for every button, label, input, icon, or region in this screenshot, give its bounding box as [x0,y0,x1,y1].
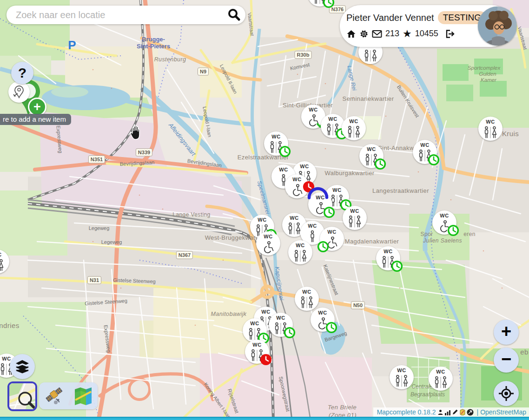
toilet-marker[interactable]: WC [413,140,437,164]
toilet-marker[interactable]: WC [478,117,503,141]
toilet-marker[interactable]: WC [285,174,309,198]
toilet-marker[interactable]: WC [390,365,414,389]
toilet-figures-icon [293,248,307,264]
zoom-out-button[interactable]: − [494,348,519,373]
marker-wc-label: WC [327,230,336,235]
marker-wc-label: WC [261,309,270,315]
marker-wc-label: WC [279,167,288,172]
messages-count[interactable]: 213 [385,29,399,39]
marker-wc-label: WC [486,119,495,125]
basemap-switcher [39,382,98,409]
toilet-marker[interactable]: WC [308,0,332,7]
selected-marker-arc [307,185,329,201]
toilet-figures-icon [483,125,497,141]
toilet-marker[interactable]: WC [269,313,293,337]
toilet-marker[interactable]: WC [245,340,269,364]
user-avatar[interactable] [478,7,517,46]
toilet-marker[interactable]: WC [320,227,344,251]
basemap-satellite-button[interactable] [43,385,65,407]
bottom-accent-bar [0,417,529,420]
marker-wc-label: WC [349,119,358,124]
geolocate-button[interactable] [494,381,519,406]
toilet-marker[interactable]: WC [0,249,9,274]
add-item-plus-button[interactable]: + [28,98,46,116]
marker-wc-label: WC [318,310,327,315]
layers-button[interactable] [10,354,35,379]
toilet-marker[interactable]: WC [295,287,319,311]
user-name[interactable]: Pieter Vander Vennet [346,13,434,23]
marker-wc-label: WC [309,107,317,112]
attribution-separator: | [477,408,479,416]
logout-icon[interactable] [444,29,455,39]
mapcomplete-app: Brugge-Sint-PietersRustenburgPKomvestVaa… [0,0,529,420]
marker-wc-label: WC [300,164,309,169]
toilet-figures-icon [287,221,301,237]
opening-hours-badge [279,145,291,158]
toilet-figures-icon [347,124,361,140]
openstreetmap-link[interactable]: OpenStreetMap [480,408,526,416]
settings-gear-icon[interactable] [359,29,369,39]
toilet-marker[interactable]: WC [429,367,453,391]
toilet-marker[interactable]: WC [321,114,345,138]
osm-carto-icon [9,383,36,410]
home-icon[interactable] [346,29,356,39]
marker-wc-label: WC [308,223,317,229]
add-item-tooltip: re to add a new item [0,114,71,125]
mapcomplete-version-link[interactable]: Mapcomplete 0.18.2 [377,408,436,416]
changesets-count[interactable]: 10455 [415,29,438,39]
toilet-marker[interactable]: WC [243,318,267,342]
search-icon[interactable] [226,7,242,23]
basemap-osm-button[interactable] [7,381,37,411]
marker-wc-label: WC [2,356,11,361]
opening-hours-badge [284,327,296,339]
toilet-figures-icon [434,374,448,391]
marker-wc-label: WC [292,177,301,182]
layers-icon [15,360,30,374]
search-input[interactable] [15,9,226,21]
marker-wc-label: WC [384,249,392,254]
opening-hours-badge [323,0,335,8]
basemap-map-button[interactable] [73,385,94,407]
marker-wc-label: WC [252,342,261,348]
opening-hours-badge [428,154,440,166]
folded-map-icon [73,385,94,407]
attribution-icons [437,409,474,416]
marker-wc-label: WC [271,134,280,139]
star-icon: ★ [403,30,412,38]
marker-wc-label: WC [302,289,311,295]
messages-icon[interactable] [372,30,382,38]
marker-wc-label: WC [296,243,304,248]
toilet-marker[interactable]: WC [376,246,400,270]
toilet-marker[interactable]: WC [288,240,312,264]
hand-cursor-icon [130,125,143,143]
map-warning-icon [459,409,466,415]
marker-wc-label: WC [397,368,406,373]
wheelchair-toilet-icon [262,239,275,256]
toilet-figures-icon [310,229,315,245]
toilet-marker[interactable]: WC [264,131,288,156]
toilet-marker[interactable]: WC [311,308,335,332]
attribution-bar: Mapcomplete 0.18.2 | OpenStreetMap [373,407,529,417]
marker-wc-label: WC [264,234,272,239]
zoom-in-button[interactable]: + [494,320,519,345]
toilet-marker[interactable]: WC [359,144,384,168]
marker-wc-label: WC [332,188,341,193]
toilet-marker[interactable]: WC [432,210,456,235]
help-button[interactable]: ? [11,62,33,84]
toilet-marker[interactable]: WC [342,116,366,140]
marker-wc-label: WC [328,117,337,122]
toilet-figures-icon [0,257,4,274]
toilet-marker[interactable]: WC [343,206,367,230]
opening-hours-badge [391,260,403,272]
wheelchair-toilet-icon [291,182,304,198]
opening-hours-badge [323,206,335,218]
crosshair-icon [498,386,514,401]
opening-hours-badge [325,322,337,334]
marker-wc-label: WC [250,321,259,326]
marker-wc-label: WC [258,217,266,223]
marker-wc-label: WC [0,252,2,257]
license-icon [467,409,474,416]
toilet-marker[interactable]: WC [256,231,280,256]
marker-wc-label: WC [367,147,376,152]
marker-wc-label: WC [420,143,429,148]
